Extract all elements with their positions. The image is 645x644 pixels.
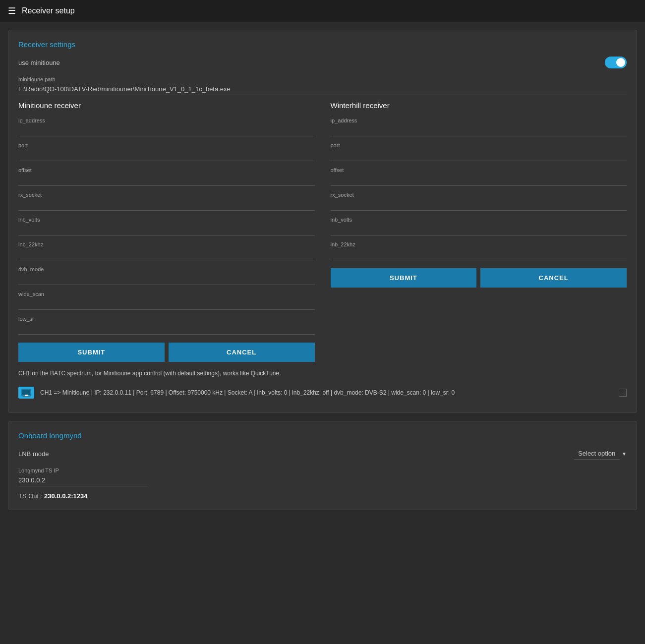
main-content: Receiver settings use minitioune minitio… — [0, 22, 645, 518]
mini-lnb-volts-field: lnb_volts — [18, 217, 315, 235]
ts-out-value: 230.0.0.2:1234 — [44, 492, 87, 500]
wh-port-label: port — [331, 142, 627, 148]
channel-info-text: CH1 => Minitioune | IP: 232.0.0.11 | Por… — [40, 389, 613, 396]
info-text: CH1 on the BATC spectrum, for Minitioune… — [18, 370, 627, 377]
wh-lnb-volts-field: lnb_volts — [331, 217, 627, 235]
wh-lnb-22khz-label: lnb_22khz — [331, 241, 627, 247]
ts-out-label: TS Out : — [18, 492, 42, 500]
lnb-mode-label: LNB mode — [18, 450, 49, 458]
minitioune-path-input[interactable] — [18, 83, 627, 95]
mini-rx-socket-field: rx_socket — [18, 192, 315, 211]
wh-rx-socket-field: rx_socket — [331, 192, 627, 211]
winterhill-receiver-column: Winterhill receiver ip_address port offs… — [331, 101, 627, 362]
receivers-row: Minitioune receiver ip_address port offs… — [18, 101, 627, 362]
wh-lnb-volts-label: lnb_volts — [331, 217, 627, 223]
wh-lnb-22khz-field: lnb_22khz — [331, 241, 627, 260]
lnb-mode-select[interactable]: Select option Auto Manual Wide — [574, 448, 620, 460]
mini-low-sr-input[interactable] — [18, 323, 315, 335]
minitioune-btn-row: SUBMIT CANCEL — [18, 343, 315, 362]
mini-lnb-22khz-input[interactable] — [18, 248, 315, 260]
wh-lnb-volts-input[interactable] — [331, 224, 627, 235]
mini-lnb-22khz-label: lnb_22khz — [18, 241, 315, 247]
use-minitioune-row: use minitioune — [18, 57, 627, 68]
mini-lnb-volts-input[interactable] — [18, 224, 315, 235]
mini-port-label: port — [18, 142, 315, 148]
mini-ip-label: ip_address — [18, 117, 315, 123]
wh-port-input[interactable] — [331, 149, 627, 161]
mini-lnb-22khz-field: lnb_22khz — [18, 241, 315, 260]
wh-rx-socket-label: rx_socket — [331, 192, 627, 198]
mini-offset-label: offset — [18, 167, 315, 173]
winterhill-btn-row: SUBMIT CANCEL — [331, 268, 627, 288]
mini-offset-field: offset — [18, 167, 315, 186]
mini-low-sr-label: low_sr — [18, 316, 315, 322]
receiver-settings-card: Receiver settings use minitioune minitio… — [8, 30, 637, 413]
wh-ip-input[interactable] — [331, 124, 627, 136]
mini-wide-scan-field: wide_scan — [18, 291, 315, 310]
minitioune-path-group: minitioune path — [18, 76, 627, 95]
ts-out-row: TS Out : 230.0.0.2:1234 — [18, 492, 627, 500]
page-title: Receiver setup — [22, 6, 75, 15]
wh-offset-label: offset — [331, 167, 627, 173]
winterhill-submit-button[interactable]: SUBMIT — [331, 268, 477, 288]
wh-rx-socket-input[interactable] — [331, 199, 627, 211]
lnb-mode-row: LNB mode Select option Auto Manual Wide … — [18, 448, 627, 460]
mini-rx-socket-input[interactable] — [18, 199, 315, 211]
longmynd-ts-ip-input[interactable] — [18, 474, 147, 486]
minitioune-submit-button[interactable]: SUBMIT — [18, 343, 165, 362]
mini-offset-input[interactable] — [18, 174, 315, 186]
onboard-title: Onboard longmynd — [18, 431, 627, 440]
longmynd-ts-ip-group: Longmynd TS IP — [18, 468, 627, 486]
wh-offset-input[interactable] — [331, 174, 627, 186]
channel-checkbox[interactable] — [619, 389, 627, 397]
wh-offset-field: offset — [331, 167, 627, 186]
mini-rx-socket-label: rx_socket — [18, 192, 315, 198]
winterhill-cancel-button[interactable]: CANCEL — [480, 268, 627, 288]
mini-port-field: port — [18, 142, 315, 161]
svg-rect-2 — [25, 395, 28, 396]
onboard-longmynd-card: Onboard longmynd LNB mode Select option … — [8, 421, 637, 510]
mini-wide-scan-label: wide_scan — [18, 291, 315, 297]
header: ☰ Receiver setup — [0, 0, 645, 22]
wh-port-field: port — [331, 142, 627, 161]
winterhill-receiver-title: Winterhill receiver — [331, 101, 627, 110]
use-minitioune-label: use minitioune — [18, 59, 60, 66]
mini-lnb-volts-label: lnb_volts — [18, 217, 315, 223]
minitioune-receiver-column: Minitioune receiver ip_address port offs… — [18, 101, 315, 362]
mini-dvb-mode-input[interactable] — [18, 273, 315, 285]
menu-icon[interactable]: ☰ — [8, 5, 16, 16]
wh-ip-field: ip_address — [331, 117, 627, 136]
mini-ip-input[interactable] — [18, 124, 315, 136]
mini-dvb-mode-field: dvb_mode — [18, 266, 315, 285]
mini-low-sr-field: low_sr — [18, 316, 315, 335]
minitioune-path-label: minitioune path — [18, 76, 627, 82]
wh-lnb-22khz-input[interactable] — [331, 248, 627, 260]
receiver-settings-title: Receiver settings — [18, 40, 627, 49]
mini-wide-scan-input[interactable] — [18, 298, 315, 310]
minitioune-cancel-button[interactable]: CANCEL — [169, 343, 315, 362]
channel-icon — [18, 387, 34, 399]
channel-row: CH1 => Minitioune | IP: 232.0.0.11 | Por… — [18, 383, 627, 403]
svg-rect-1 — [22, 390, 30, 395]
mini-ip-field: ip_address — [18, 117, 315, 136]
mini-dvb-mode-label: dvb_mode — [18, 266, 315, 272]
minitioune-receiver-title: Minitioune receiver — [18, 101, 315, 110]
select-arrow-icon: ▼ — [622, 451, 627, 457]
lnb-mode-select-wrapper: Select option Auto Manual Wide ▼ — [574, 448, 627, 460]
minitioune-toggle[interactable] — [605, 57, 627, 68]
mini-port-input[interactable] — [18, 149, 315, 161]
longmynd-ts-ip-label: Longmynd TS IP — [18, 468, 627, 473]
svg-rect-3 — [23, 396, 29, 396]
wh-ip-label: ip_address — [331, 117, 627, 123]
